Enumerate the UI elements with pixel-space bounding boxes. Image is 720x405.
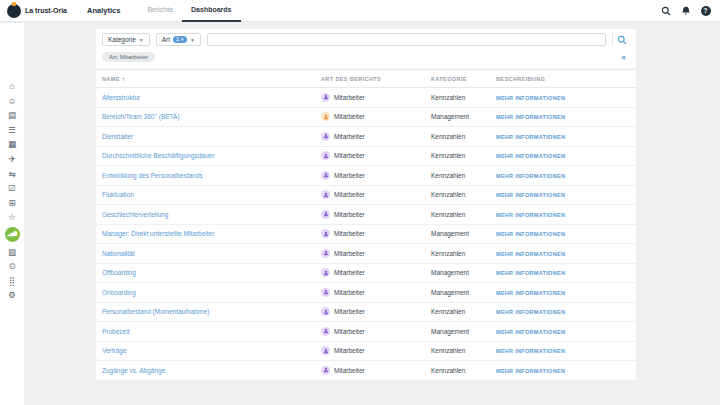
table-row: Bereich/Team 360° (BETA) Mitarbeiter Man… xyxy=(96,107,636,127)
report-name-link[interactable]: Nationalität xyxy=(102,250,135,257)
report-type-label: Mitarbeiter xyxy=(334,211,365,218)
table-row: Verträge Mitarbeiter Kennzahlen MEHR INF… xyxy=(96,341,636,361)
active-filters-row: Art: Mitarbeiter × xyxy=(102,50,630,65)
sidebar-item-time-tracking[interactable]: ⊙ xyxy=(5,261,20,271)
report-name-link[interactable]: Manager: Direkt unterstellte Mitarbeiter xyxy=(102,230,214,237)
tab-bar: Berichte Dashboards xyxy=(138,0,240,22)
report-name-link[interactable]: Offboarding xyxy=(102,269,136,276)
sidebar-item-reviews[interactable]: ☆ xyxy=(5,212,20,222)
sidebar-item-workflows[interactable]: ⇆ xyxy=(5,169,20,179)
table-row: Dienstalter Mitarbeiter Kennzahlen MEHR … xyxy=(96,127,636,147)
more-info-link[interactable]: MEHR INFORMATIONEN xyxy=(496,348,565,354)
table-row: Nationalität Mitarbeiter Kennzahlen MEHR… xyxy=(96,244,636,264)
report-name-link[interactable]: Personalbestand (Momentaufnahme) xyxy=(102,308,209,315)
art-dropdown-label: Art xyxy=(162,36,170,43)
more-info-link[interactable]: MEHR INFORMATIONEN xyxy=(496,270,565,276)
filter-search-button[interactable] xyxy=(612,33,630,46)
report-name-link[interactable]: Fluktuation xyxy=(102,191,134,198)
report-name-link[interactable]: Bereich/Team 360° (BETA) xyxy=(102,113,180,120)
sidebar-item-home[interactable]: ⌂ xyxy=(5,81,20,91)
person-avatar-icon xyxy=(321,268,330,277)
tab-berichte[interactable]: Berichte xyxy=(138,0,182,22)
filter-search-input[interactable] xyxy=(207,33,606,46)
table-row: Manager: Direkt unterstellte Mitarbeiter… xyxy=(96,224,636,244)
report-type-label: Mitarbeiter xyxy=(334,113,365,120)
person-avatar-icon xyxy=(321,288,330,297)
more-info-link[interactable]: MEHR INFORMATIONEN xyxy=(496,192,565,198)
more-info-link[interactable]: MEHR INFORMATIONEN xyxy=(496,212,565,218)
sidebar-item-tasks[interactable]: ☑ xyxy=(5,183,20,193)
more-info-link[interactable]: MEHR INFORMATIONEN xyxy=(496,329,565,335)
report-type-label: Mitarbeiter xyxy=(334,269,365,276)
clear-filters-icon[interactable]: × xyxy=(621,53,630,62)
more-info-link[interactable]: MEHR INFORMATIONEN xyxy=(496,153,565,159)
reports-panel: Kategorie ▼ Art 1 × ▼ Art: Mitarbeiter × xyxy=(96,29,636,381)
more-info-link[interactable]: MEHR INFORMATIONEN xyxy=(496,368,565,374)
filter-chip-art-mitarbeiter[interactable]: Art: Mitarbeiter xyxy=(102,52,155,62)
report-name-link[interactable]: Geschlechterverteilung xyxy=(102,211,168,218)
more-info-link[interactable]: MEHR INFORMATIONEN xyxy=(496,114,565,120)
report-name-link[interactable]: Entwicklung des Personalbestands xyxy=(102,172,203,179)
more-info-link[interactable]: MEHR INFORMATIONEN xyxy=(496,95,565,101)
report-category-label: Kennzahlen xyxy=(431,191,465,198)
report-type-label: Mitarbeiter xyxy=(334,230,365,237)
more-info-link[interactable]: MEHR INFORMATIONEN xyxy=(496,173,565,179)
report-type-label: Mitarbeiter xyxy=(334,172,365,179)
report-category-label: Kennzahlen xyxy=(431,367,465,374)
report-name-link[interactable]: Onboarding xyxy=(102,289,136,296)
tab-dashboards[interactable]: Dashboards xyxy=(182,0,240,22)
more-info-link[interactable]: MEHR INFORMATIONEN xyxy=(496,134,565,140)
table-row: Durchschnittliche Beschäftigungsdauer Mi… xyxy=(96,146,636,166)
sidebar-item-employees[interactable]: ☺ xyxy=(5,96,20,106)
report-name-link[interactable]: Durchschnittliche Beschäftigungsdauer xyxy=(102,152,214,159)
notifications-bell-icon[interactable] xyxy=(680,5,691,16)
topbar-actions: ? xyxy=(660,5,711,16)
report-name-link[interactable]: Zugänge vs. Abgänge xyxy=(102,367,165,374)
search-icon[interactable] xyxy=(660,5,671,16)
more-info-link[interactable]: MEHR INFORMATIONEN xyxy=(496,309,565,315)
more-info-link[interactable]: MEHR INFORMATIONEN xyxy=(496,231,565,237)
person-avatar-icon xyxy=(321,171,330,180)
topbar: La trust-Oria Analytics Berichte Dashboa… xyxy=(0,0,720,22)
report-type-label: Mitarbeiter xyxy=(334,308,365,315)
company-logo[interactable]: La trust-Oria xyxy=(7,4,67,18)
sidebar-item-travel[interactable]: ✈ xyxy=(5,154,20,164)
nav-analytics[interactable]: Analytics xyxy=(87,6,120,15)
person-avatar-icon xyxy=(321,132,330,141)
badge-clear-icon: × xyxy=(181,36,184,42)
column-header-name[interactable]: NAME↑ xyxy=(96,71,315,88)
sidebar-item-settings[interactable]: ⚙ xyxy=(5,290,20,300)
sidebar-item-apps[interactable]: ⣿ xyxy=(5,276,20,286)
report-type-label: Mitarbeiter xyxy=(334,328,365,335)
help-icon[interactable]: ? xyxy=(700,5,711,16)
table-row: Altersstruktur Mitarbeiter Kennzahlen ME… xyxy=(96,88,636,108)
report-category-label: Kennzahlen xyxy=(431,347,465,354)
kategorie-dropdown[interactable]: Kategorie ▼ xyxy=(102,33,150,46)
report-name-link[interactable]: Verträge xyxy=(102,347,127,354)
report-name-link[interactable]: Probezeit xyxy=(102,328,129,335)
table-row: Personalbestand (Momentaufnahme) Mitarbe… xyxy=(96,302,636,322)
report-category-label: Kennzahlen xyxy=(431,250,465,257)
report-category-label: Kennzahlen xyxy=(431,94,465,101)
sidebar-item-reports[interactable]: ▦ xyxy=(5,139,20,149)
column-header-kategorie: KATEGORIE xyxy=(425,71,490,88)
art-dropdown[interactable]: Art 1 × ▼ xyxy=(156,33,201,46)
art-count-badge[interactable]: 1 × xyxy=(173,36,187,44)
report-type-label: Mitarbeiter xyxy=(334,289,365,296)
sidebar-item-analytics[interactable]: ▂▅▇ xyxy=(5,227,20,242)
sidebar-item-calendar[interactable]: ⊞ xyxy=(5,198,20,208)
report-name-link[interactable]: Altersstruktur xyxy=(102,94,140,101)
person-avatar-icon xyxy=(321,327,330,336)
report-name-link[interactable]: Dienstalter xyxy=(102,133,133,140)
more-info-link[interactable]: MEHR INFORMATIONEN xyxy=(496,290,565,296)
sidebar-item-recruiting[interactable]: ▤ xyxy=(5,110,20,120)
sidebar-item-schedule[interactable]: ▧ xyxy=(5,247,20,257)
table-row: Zugänge vs. Abgänge Mitarbeiter Kennzahl… xyxy=(96,361,636,381)
sidebar-item-documents[interactable]: ☰ xyxy=(5,125,20,135)
more-info-link[interactable]: MEHR INFORMATIONEN xyxy=(496,251,565,257)
report-category-label: Management xyxy=(431,289,469,296)
report-category-label: Kennzahlen xyxy=(431,308,465,315)
kategorie-dropdown-label: Kategorie xyxy=(108,36,136,43)
report-category-label: Kennzahlen xyxy=(431,211,465,218)
chevron-down-icon: ▼ xyxy=(139,37,144,43)
